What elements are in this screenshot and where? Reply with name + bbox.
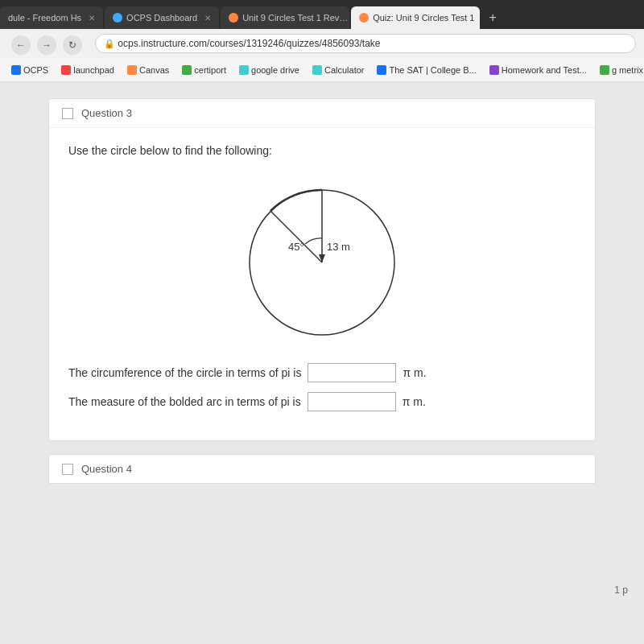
tab-close-icon[interactable]: ✕ — [204, 14, 211, 23]
address-bar: ← → ↻ 🔒 ocps.instructure.com/courses/131… — [0, 29, 644, 58]
tab-label: OCPS Dashboard — [126, 13, 197, 23]
circle-diagram-container: 45° 13 m — [68, 170, 576, 347]
nav-buttons: ← → ↻ — [11, 35, 82, 55]
bookmark-label: launchpad — [73, 65, 114, 75]
refresh-button[interactable]: ↻ — [63, 35, 82, 55]
bookmark-label: OCPS — [23, 65, 48, 75]
bookmark-certiport[interactable]: certiport — [177, 64, 231, 76]
bookmarks-bar: OCPS launchpad Canvas certiport google d… — [0, 58, 644, 82]
bookmark-calculator[interactable]: Calculator — [308, 64, 369, 76]
bookmark-label: Homework and Test... — [502, 65, 587, 75]
svg-text:45°: 45° — [288, 241, 304, 253]
bookmark-label: certiport — [194, 65, 226, 75]
question-4-number: Question 4 — [81, 463, 132, 475]
tab-favicon — [359, 13, 369, 23]
lock-icon: 🔒 — [104, 39, 115, 49]
question-3-body: Use the circle below to find the followi… — [49, 128, 595, 440]
tab-label: Quiz: Unit 9 Circles Test 1 — [373, 13, 474, 23]
bookmark-launchpad[interactable]: launchpad — [56, 64, 119, 76]
bookmark-icon-gmetrix — [600, 65, 609, 75]
answer-row-circumference: The circumference of the circle in terms… — [68, 363, 576, 382]
browser-chrome: dule - Freedom Hs ✕ OCPS Dashboard ✕ Uni… — [0, 0, 644, 82]
bookmark-icon-calc — [312, 65, 322, 75]
answer1-suffix: π m. — [402, 366, 426, 379]
answer-row-arc: The measure of the bolded arc in terms o… — [68, 392, 576, 411]
question-3-prompt: Use the circle below to find the followi… — [68, 144, 576, 157]
question-3-checkbox[interactable] — [62, 108, 73, 119]
question-4-card: Question 4 — [48, 454, 596, 484]
page-content: Question 3 Use the circle below to find … — [0, 82, 644, 644]
tab-freedom-hs[interactable]: dule - Freedom Hs ✕ — [0, 6, 103, 29]
arc-input[interactable] — [308, 392, 396, 411]
answer2-suffix: π m. — [402, 395, 426, 408]
new-tab-button[interactable]: + — [481, 6, 504, 29]
bookmark-ocps[interactable]: OCPS — [6, 64, 53, 76]
bookmark-icon-canvas — [127, 65, 137, 75]
bookmark-label: Calculator — [324, 65, 365, 75]
page-number: 1 p — [614, 584, 628, 596]
tab-close-icon[interactable]: ✕ — [89, 14, 95, 23]
circle-diagram: 45° 13 m — [233, 170, 411, 347]
bookmark-icon-gdrive — [239, 65, 249, 75]
bookmark-homework[interactable]: Homework and Test... — [485, 64, 592, 76]
answer2-prefix: The measure of the bolded arc in terms o… — [68, 395, 301, 408]
question-3-header: Question 3 — [49, 99, 595, 128]
question-3-card: Question 3 Use the circle below to find … — [48, 98, 596, 441]
bookmark-gmetrix[interactable]: g metrix d — [595, 64, 644, 76]
bookmark-icon-sat — [377, 65, 386, 75]
bookmark-google-drive[interactable]: google drive — [234, 64, 304, 76]
bookmark-sat[interactable]: The SAT | College B... — [372, 64, 481, 76]
tab-favicon — [229, 13, 238, 23]
svg-text:13 m: 13 m — [327, 241, 350, 253]
bookmark-icon-ocps — [11, 65, 21, 75]
svg-marker-3 — [319, 254, 325, 262]
question-3-number: Question 3 — [81, 107, 132, 119]
bookmark-label: g metrix d — [612, 65, 644, 75]
bookmark-label: The SAT | College B... — [389, 65, 476, 75]
back-button[interactable]: ← — [11, 35, 31, 55]
bookmark-label: google drive — [251, 65, 299, 75]
bookmark-icon-certiport — [182, 65, 192, 75]
circumference-input[interactable] — [308, 363, 396, 382]
svg-line-2 — [270, 211, 322, 262]
tab-favicon — [113, 13, 122, 23]
question-4-checkbox[interactable] — [62, 464, 73, 475]
tab-bar: dule - Freedom Hs ✕ OCPS Dashboard ✕ Uni… — [0, 0, 644, 29]
tab-quiz-circles[interactable]: Quiz: Unit 9 Circles Test 1 ✕ — [351, 6, 480, 29]
tab-label: dule - Freedom Hs — [8, 13, 81, 23]
address-text: ocps.instructure.com/courses/1319246/qui… — [118, 38, 380, 49]
bookmark-icon-launchpad — [61, 65, 71, 75]
forward-button[interactable]: → — [37, 35, 56, 55]
address-input[interactable]: 🔒 ocps.instructure.com/courses/1319246/q… — [95, 34, 636, 53]
tab-label: Unit 9 Circles Test 1 Rev… — [242, 13, 348, 23]
tab-circles-review[interactable]: Unit 9 Circles Test 1 Rev… ✕ — [221, 6, 349, 29]
tab-ocps-dashboard[interactable]: OCPS Dashboard ✕ — [105, 6, 219, 29]
bookmark-canvas[interactable]: Canvas — [122, 64, 174, 76]
bookmark-label: Canvas — [139, 65, 169, 75]
bookmark-icon-hw — [489, 65, 499, 75]
answer1-prefix: The circumference of the circle in terms… — [68, 366, 301, 379]
